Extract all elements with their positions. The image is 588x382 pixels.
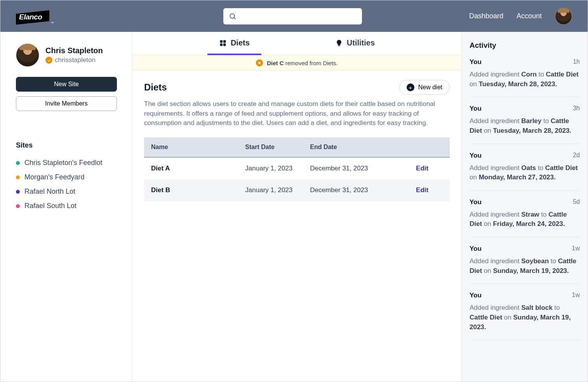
activity-when: 3h bbox=[573, 105, 580, 113]
site-item[interactable]: Rafael South Lot bbox=[16, 199, 117, 213]
color-dot-icon bbox=[16, 190, 20, 194]
brand-logo[interactable]: Elanco ™ bbox=[16, 7, 51, 25]
site-label: Rafael North Lot bbox=[24, 188, 75, 196]
edit-link[interactable]: Edit bbox=[395, 179, 450, 201]
activity-when: 1h bbox=[573, 58, 580, 66]
alert-banner: Diet C removed from Diets. bbox=[132, 55, 461, 71]
edit-link[interactable]: Edit bbox=[395, 157, 450, 179]
plus-icon: + bbox=[407, 83, 414, 91]
cell-end: December 31, 2023 bbox=[303, 179, 395, 201]
activity-text: Added ingredient Straw to Cattle Diet on… bbox=[470, 210, 580, 229]
tab-utilities[interactable]: Utilities bbox=[324, 33, 386, 55]
svg-rect-5 bbox=[223, 43, 226, 46]
alert-text: Diet C removed from Diets. bbox=[267, 60, 338, 66]
activity-item: You3hAdded ingredient Barley to Cattle D… bbox=[470, 105, 580, 144]
search-container bbox=[223, 8, 362, 24]
activity-text: Added ingredient Barley to Cattle Diet o… bbox=[470, 116, 580, 135]
cell-name: Diet A bbox=[144, 157, 230, 179]
tab-diets[interactable]: Diets bbox=[207, 33, 261, 55]
tabs: Diets Utilities bbox=[132, 32, 461, 55]
alert-close-icon bbox=[256, 59, 263, 66]
table-row: Diet AJanuary 1, 2023December 31, 2023Ed… bbox=[144, 157, 450, 179]
activity-when: 1w bbox=[572, 245, 580, 253]
svg-rect-2 bbox=[220, 40, 223, 43]
verified-badge-icon bbox=[45, 57, 52, 64]
table-row: Diet BJanuary 1, 2023December 31, 2023Ed… bbox=[144, 179, 450, 201]
col-end: End Date bbox=[303, 137, 395, 157]
lightbulb-icon bbox=[335, 39, 343, 47]
site-item[interactable]: Morgan's Feedyard bbox=[16, 170, 117, 184]
page-title: Diets bbox=[144, 82, 167, 93]
activity-when: 1w bbox=[572, 292, 580, 299]
site-item[interactable]: Chris Stapleton's Feedlot bbox=[16, 156, 117, 170]
svg-line-1 bbox=[234, 17, 236, 19]
svg-rect-4 bbox=[220, 43, 223, 46]
sites-heading: Sites bbox=[16, 141, 117, 149]
diets-table: Name Start Date End Date Diet AJanuary 1… bbox=[144, 137, 450, 201]
cell-end: December 31, 2023 bbox=[303, 157, 395, 179]
activity-who: You bbox=[470, 58, 482, 66]
activity-when: 5d bbox=[573, 198, 580, 206]
profile-name: Chris Stapleton bbox=[45, 46, 103, 55]
activity-who: You bbox=[470, 245, 482, 253]
profile-handle: chrisstapleton bbox=[45, 56, 103, 64]
activity-panel: Activity You1hAdded ingredient Corn to C… bbox=[461, 32, 588, 382]
activity-who: You bbox=[470, 152, 482, 160]
col-name: Name bbox=[144, 137, 230, 157]
activity-text: Added ingredient Soybean to Cattle Diet … bbox=[470, 257, 580, 276]
grid-icon bbox=[219, 39, 227, 47]
activity-who: You bbox=[470, 105, 482, 113]
search-input[interactable] bbox=[240, 13, 357, 20]
sidebar: Chris Stapleton chrisstapleton New Site … bbox=[0, 32, 132, 382]
cell-start: January 1, 2023 bbox=[230, 157, 303, 179]
activity-item: You1wAdded ingredient Soybean to Cattle … bbox=[470, 245, 580, 284]
topbar: Elanco ™ Dashboard Account bbox=[0, 0, 588, 32]
color-dot-icon bbox=[16, 204, 20, 208]
site-item[interactable]: Rafael North Lot bbox=[16, 184, 117, 199]
brand-name: Elanco bbox=[19, 13, 42, 21]
col-edit bbox=[395, 137, 450, 157]
site-label: Rafael South Lot bbox=[24, 202, 77, 210]
svg-rect-6 bbox=[338, 45, 340, 46]
activity-who: You bbox=[470, 198, 482, 206]
col-start: Start Date bbox=[230, 137, 303, 157]
site-label: Chris Stapleton's Feedlot bbox=[24, 159, 103, 167]
activity-who: You bbox=[470, 292, 482, 299]
nav-dashboard[interactable]: Dashboard bbox=[469, 12, 503, 20]
cell-name: Diet B bbox=[144, 179, 230, 201]
main-content: Diets Utilities Diet C removed from Diet… bbox=[132, 32, 461, 382]
color-dot-icon bbox=[16, 175, 20, 179]
activity-item: You1wAdded ingredient Salt block to Catt… bbox=[470, 292, 580, 340]
site-label: Morgan's Feedyard bbox=[24, 173, 85, 181]
activity-item: You2dAdded ingredient Oats to Cattle Die… bbox=[470, 152, 580, 191]
invite-members-button[interactable]: Invite Members bbox=[16, 96, 117, 111]
svg-point-0 bbox=[230, 14, 235, 18]
search-icon bbox=[229, 12, 237, 20]
activity-text: Added ingredient Salt block to Cattle Di… bbox=[470, 303, 580, 332]
svg-rect-3 bbox=[223, 40, 226, 43]
activity-item: You5dAdded ingredient Straw to Cattle Di… bbox=[470, 198, 580, 237]
nav-account[interactable]: Account bbox=[517, 12, 542, 20]
activity-text: Added ingredient Corn to Cattle Diet on … bbox=[470, 70, 580, 89]
activity-text: Added ingredient Oats to Cattle Diet on … bbox=[470, 163, 580, 182]
cell-start: January 1, 2023 bbox=[230, 179, 303, 201]
profile-block: Chris Stapleton chrisstapleton bbox=[16, 43, 117, 67]
activity-item: You1hAdded ingredient Corn to Cattle Die… bbox=[470, 58, 580, 97]
page-description: The diet section allows users to create … bbox=[144, 99, 450, 128]
activity-when: 2d bbox=[573, 152, 580, 160]
new-site-button[interactable]: New Site bbox=[16, 77, 117, 92]
new-diet-button[interactable]: + New diet bbox=[399, 80, 450, 95]
avatar bbox=[16, 43, 39, 67]
color-dot-icon bbox=[16, 161, 20, 165]
avatar-menu[interactable] bbox=[555, 8, 572, 25]
activity-title: Activity bbox=[470, 41, 580, 50]
